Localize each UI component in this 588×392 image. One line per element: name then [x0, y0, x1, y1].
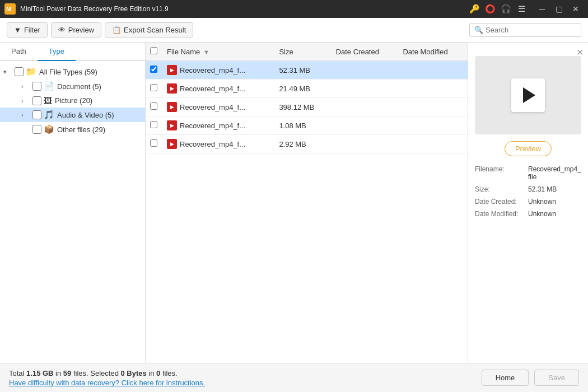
- export-label: Export Scan Result: [124, 26, 186, 34]
- preview-button[interactable]: 👁 Preview: [51, 22, 101, 38]
- checkbox-all[interactable]: [15, 67, 24, 76]
- status-selected-size: 0 Bytes: [120, 369, 146, 377]
- tree-label-document: Document (5): [57, 82, 101, 91]
- preview-icon: 👁: [58, 26, 66, 34]
- row-date-created-cell: [332, 61, 399, 80]
- row-date-modified-cell: [398, 61, 468, 80]
- status-text: Total 1.15 GB in 59 files. Selected 0 By…: [9, 369, 482, 387]
- title-bar: M MiniTool Power Data Recovery Free Edit…: [0, 0, 588, 18]
- checkbox-picture[interactable]: [32, 96, 41, 105]
- row-name-cell: ▶ Recovered_mp4_f...: [162, 116, 274, 135]
- key-icon[interactable]: 🔑: [468, 3, 480, 15]
- export-button[interactable]: 📋 Export Scan Result: [105, 22, 193, 38]
- date-modified-label: Date Modified:: [475, 210, 528, 218]
- checkbox-document[interactable]: [32, 82, 41, 91]
- row-size: 2.92 MB: [279, 140, 306, 148]
- tree-label-picture: Picture (20): [55, 96, 92, 105]
- table-row[interactable]: ▶ Recovered_mp4_f... 1.08 MB: [146, 116, 468, 135]
- date-created-col-label: Date Created: [336, 48, 379, 56]
- video-file-icon: ▶: [167, 139, 177, 149]
- tree-label-other: Other files (29): [57, 125, 105, 134]
- date-created-value: Unknown: [528, 198, 556, 206]
- tree-item-picture[interactable]: › 🖼 Picture (20): [0, 94, 145, 108]
- row-checkbox-cell: [146, 116, 162, 135]
- info-row-date-created: Date Created: Unknown: [475, 198, 581, 206]
- checkbox-other[interactable]: [32, 125, 41, 134]
- close-button[interactable]: ✕: [568, 1, 584, 17]
- window-controls: ─ ▢ ✕: [534, 1, 584, 17]
- home-button[interactable]: Home: [482, 370, 529, 386]
- row-size: 398.12 MB: [279, 103, 314, 111]
- file-info: Filename: Recovered_mp4_file Size: 52.31…: [475, 165, 581, 222]
- filter-icon: ▼: [14, 26, 21, 34]
- circle-icon[interactable]: ⭕: [484, 3, 496, 15]
- table-row[interactable]: ▶ Recovered_mp4_f... 2.92 MB: [146, 135, 468, 153]
- pic-icon: 🖼: [44, 96, 52, 105]
- tree-item-all[interactable]: ▾ 📁 All File Types (59): [0, 64, 145, 79]
- status-in: in: [54, 369, 63, 377]
- date-created-label: Date Created:: [475, 198, 528, 206]
- row-filename: Recovered_mp4_f...: [180, 122, 245, 130]
- other-icon: 📦: [44, 124, 54, 134]
- row-name-cell: ▶ Recovered_mp4_f...: [162, 98, 274, 116]
- search-input[interactable]: [486, 26, 576, 34]
- video-file-icon: ▶: [167, 65, 177, 75]
- tree-label-av: Audio & Video (5): [57, 111, 114, 119]
- headphones-icon[interactable]: 🎧: [500, 3, 512, 15]
- row-filename: Recovered_mp4_f...: [180, 66, 245, 74]
- export-icon: 📋: [112, 26, 121, 34]
- tab-type[interactable]: Type: [38, 43, 76, 61]
- row-checkbox-cell: [146, 80, 162, 98]
- row-checkbox[interactable]: [150, 121, 157, 128]
- filter-label: Filter: [24, 26, 40, 34]
- expand-arrow-pic: ›: [21, 97, 30, 104]
- video-file-icon: ▶: [167, 102, 177, 112]
- row-size: 1.08 MB: [279, 122, 306, 130]
- help-link[interactable]: Have difficulty with data recovery? Clic…: [9, 379, 482, 387]
- filter-button[interactable]: ▼ Filter: [7, 22, 48, 38]
- minimize-button[interactable]: ─: [534, 1, 550, 17]
- menu-icon[interactable]: ☰: [515, 3, 528, 15]
- checkbox-audio-video[interactable]: [32, 110, 41, 119]
- row-checkbox-cell: [146, 135, 162, 153]
- row-checkbox[interactable]: [150, 139, 157, 147]
- table-row[interactable]: ▶ Recovered_mp4_f... 21.49 MB: [146, 80, 468, 98]
- date-modified-value: Unknown: [528, 210, 556, 218]
- info-row-size: Size: 52.31 MB: [475, 185, 581, 193]
- tree-label-all: All File Types (59): [39, 68, 97, 76]
- row-filename: Recovered_mp4_f...: [180, 103, 245, 111]
- table-row[interactable]: ▶ Recovered_mp4_f... 398.12 MB: [146, 98, 468, 116]
- preview-thumbnail: [475, 56, 581, 134]
- header-checkbox-col: [146, 43, 162, 61]
- preview-file-button[interactable]: Preview: [505, 141, 552, 156]
- statusbar: Total 1.15 GB in 59 files. Selected 0 By…: [0, 363, 588, 392]
- save-button[interactable]: Save: [534, 370, 579, 386]
- maximize-button[interactable]: ▢: [551, 1, 567, 17]
- row-filename: Recovered_mp4_f...: [180, 140, 245, 148]
- center-panel: File Name ▼ Size Date Created Date Modif…: [146, 43, 468, 363]
- tree-item-other[interactable]: 📦 Other files (29): [0, 122, 145, 137]
- close-right-panel-button[interactable]: ✕: [576, 47, 584, 58]
- file-table: File Name ▼ Size Date Created Date Modif…: [146, 43, 468, 363]
- tree-item-audio-video[interactable]: › 🎵 Audio & Video (5): [0, 108, 145, 122]
- row-checkbox[interactable]: [150, 84, 157, 91]
- tab-path[interactable]: Path: [0, 43, 38, 61]
- info-row-date-modified: Date Modified: Unknown: [475, 210, 581, 218]
- row-checkbox[interactable]: [150, 66, 157, 73]
- row-size: 21.49 MB: [279, 85, 310, 93]
- row-checkbox-cell: [146, 61, 162, 80]
- doc-icon: 📄: [44, 81, 54, 91]
- file-rows: ▶ Recovered_mp4_f... 52.31 MB ▶ Recovere…: [146, 61, 468, 153]
- row-date-modified-cell: [398, 80, 468, 98]
- av-icon: 🎵: [44, 110, 54, 120]
- select-all-checkbox[interactable]: [150, 47, 157, 54]
- table-row[interactable]: ▶ Recovered_mp4_f... 52.31 MB: [146, 61, 468, 80]
- header-date-created: Date Created: [332, 43, 399, 61]
- tree-item-document[interactable]: › 📄 Document (5): [0, 79, 145, 94]
- filename-col-label: File Name: [167, 48, 200, 56]
- row-date-modified-cell: [398, 116, 468, 135]
- row-checkbox[interactable]: [150, 102, 157, 110]
- toolbar: ▼ Filter 👁 Preview 📋 Export Scan Result …: [0, 18, 588, 43]
- status-selected-files-text: files.: [160, 369, 177, 377]
- row-checkbox-cell: [146, 98, 162, 116]
